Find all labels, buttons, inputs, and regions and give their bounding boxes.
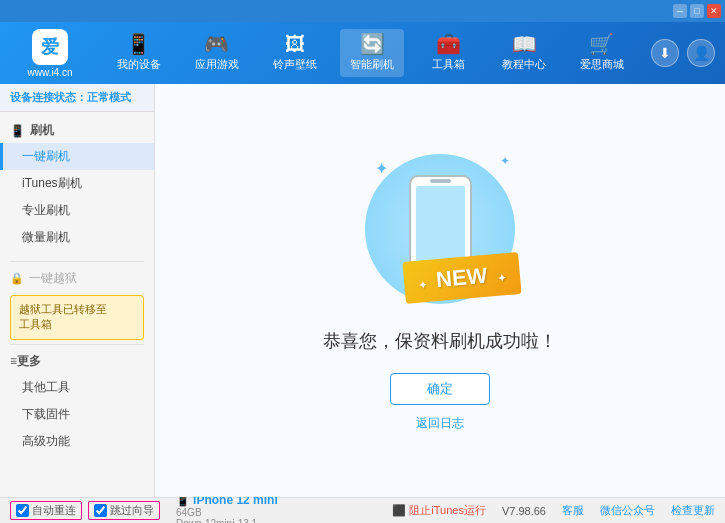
nav-shop[interactable]: 🛒 爱思商城 — [570, 29, 634, 77]
connection-status: 设备连接状态：正常模式 — [0, 84, 154, 112]
maximize-button[interactable]: □ — [690, 4, 704, 18]
shop-label: 爱思商城 — [580, 57, 624, 72]
sidebar-divider-2 — [10, 344, 144, 345]
nav-bar: 📱 我的设备 🎮 应用游戏 🖼 铃声壁纸 🔄 智能刷机 🧰 工具箱 📖 教程中心… — [100, 29, 641, 77]
nav-apps[interactable]: 🎮 应用游戏 — [185, 29, 249, 77]
my-device-icon: 📱 — [126, 34, 151, 54]
device-model: Down-12mini-13,1 — [176, 518, 278, 524]
sidebar-item-itunes-flash[interactable]: iTunes刷机 — [0, 170, 154, 197]
new-badge: NEW — [403, 252, 522, 304]
minimize-button[interactable]: ─ — [673, 4, 687, 18]
download-button[interactable]: ⬇ — [651, 39, 679, 67]
tutorial-label: 教程中心 — [502, 57, 546, 72]
sidebar-item-download-fw[interactable]: 下载固件 — [0, 401, 154, 428]
itunes-stop[interactable]: ⬛ 阻止iTunes运行 — [392, 503, 486, 518]
header: 爱 www.i4.cn 📱 我的设备 🎮 应用游戏 🖼 铃声壁纸 🔄 智能刷机 … — [0, 22, 725, 84]
window-controls: ─ □ ✕ — [673, 4, 721, 18]
sidebar-item-one-key-flash[interactable]: 一键刷机 — [0, 143, 154, 170]
apps-icon: 🎮 — [204, 34, 229, 54]
flash-section: 📱 刷机 一键刷机 iTunes刷机 专业刷机 微量刷机 — [0, 112, 154, 257]
lock-icon: 🔒 — [10, 272, 24, 285]
statusbar: 自动重连 跳过向导 📱 iPhone 12 mini 64GB Down-12m… — [0, 497, 725, 523]
success-message: 恭喜您，保资料刷机成功啦！ — [323, 329, 557, 353]
phone-wrapper: ✦ ✦ NEW — [360, 149, 520, 309]
smart-flash-label: 智能刷机 — [350, 57, 394, 72]
device-storage-line: 64GB — [176, 507, 278, 518]
confirm-button[interactable]: 确定 — [390, 373, 490, 405]
stop-icon: ⬛ — [392, 504, 406, 517]
logo-url: www.i4.cn — [27, 67, 72, 78]
nav-wallpaper[interactable]: 🖼 铃声壁纸 — [263, 29, 327, 77]
sidebar-item-wechat-flash[interactable]: 微量刷机 — [0, 224, 154, 251]
service-link[interactable]: 客服 — [562, 503, 584, 518]
back-to-log-link[interactable]: 返回日志 — [416, 415, 464, 432]
sidebar-item-other-tools[interactable]: 其他工具 — [0, 374, 154, 401]
sidebar-item-pro-flash[interactable]: 专业刷机 — [0, 197, 154, 224]
tutorial-icon: 📖 — [512, 34, 537, 54]
logo[interactable]: 爱 www.i4.cn — [10, 29, 90, 78]
statusbar-left: 自动重连 跳过向导 📱 iPhone 12 mini 64GB Down-12m… — [10, 493, 278, 524]
nav-toolbox[interactable]: 🧰 工具箱 — [418, 29, 478, 77]
status-value: 正常模式 — [87, 91, 131, 103]
nav-my-device[interactable]: 📱 我的设备 — [107, 29, 171, 77]
smart-flash-icon: 🔄 — [360, 34, 385, 54]
main-layout: 设备连接状态：正常模式 📱 刷机 一键刷机 iTunes刷机 专业刷机 微量刷机… — [0, 84, 725, 497]
version-label: V7.98.66 — [502, 505, 546, 517]
content-area: ✦ ✦ NEW 恭喜您，保资料刷机成功啦！ 确定 返回日志 — [155, 84, 725, 497]
success-illustration: ✦ ✦ NEW — [360, 149, 520, 309]
auto-reconnect-input[interactable] — [16, 504, 29, 517]
svg-rect-2 — [430, 179, 451, 183]
skip-wizard-checkbox[interactable]: 跳过向导 — [88, 501, 160, 520]
status-label: 设备连接状态： — [10, 91, 87, 103]
jailbreak-label: 一键越狱 — [29, 270, 77, 287]
flash-section-icon: 📱 — [10, 124, 25, 138]
wallpaper-label: 铃声壁纸 — [273, 57, 317, 72]
sparkle-right-icon: ✦ — [500, 154, 510, 168]
flash-title-label: 刷机 — [30, 122, 54, 139]
skip-wizard-label: 跳过向导 — [110, 503, 154, 518]
auto-reconnect-label: 自动重连 — [32, 503, 76, 518]
titlebar: ─ □ ✕ — [0, 0, 725, 22]
skip-wizard-input[interactable] — [94, 504, 107, 517]
device-info: 📱 iPhone 12 mini 64GB Down-12mini-13,1 — [176, 493, 278, 524]
nav-tutorial[interactable]: 📖 教程中心 — [492, 29, 556, 77]
shop-icon: 🛒 — [589, 34, 614, 54]
jailbreak-warning: 越狱工具已转移至工具箱 — [10, 295, 144, 340]
flash-section-title: 📱 刷机 — [0, 118, 154, 143]
jailbreak-item: 🔒 一键越狱 — [0, 266, 154, 291]
toolbox-label: 工具箱 — [432, 57, 465, 72]
check-update-link[interactable]: 检查更新 — [671, 503, 715, 518]
my-device-label: 我的设备 — [117, 57, 161, 72]
close-button[interactable]: ✕ — [707, 4, 721, 18]
nav-smart-flash[interactable]: 🔄 智能刷机 — [340, 29, 404, 77]
sidebar: 设备连接状态：正常模式 📱 刷机 一键刷机 iTunes刷机 专业刷机 微量刷机… — [0, 84, 155, 497]
auto-reconnect-checkbox[interactable]: 自动重连 — [10, 501, 82, 520]
header-right-buttons: ⬇ 👤 — [651, 39, 715, 67]
wallpaper-icon: 🖼 — [285, 34, 305, 54]
wechat-link[interactable]: 微信公众号 — [600, 503, 655, 518]
statusbar-right: ⬛ 阻止iTunes运行 V7.98.66 客服 微信公众号 检查更新 — [392, 503, 715, 518]
toolbox-icon: 🧰 — [436, 34, 461, 54]
sparkle-left-icon: ✦ — [375, 159, 388, 178]
svg-rect-1 — [416, 186, 465, 262]
sidebar-item-advanced[interactable]: 高级功能 — [0, 428, 154, 455]
user-button[interactable]: 👤 — [687, 39, 715, 67]
more-section-title: ≡ 更多 — [0, 349, 154, 374]
logo-icon: 爱 — [32, 29, 68, 65]
sidebar-divider-1 — [10, 261, 144, 262]
apps-label: 应用游戏 — [195, 57, 239, 72]
